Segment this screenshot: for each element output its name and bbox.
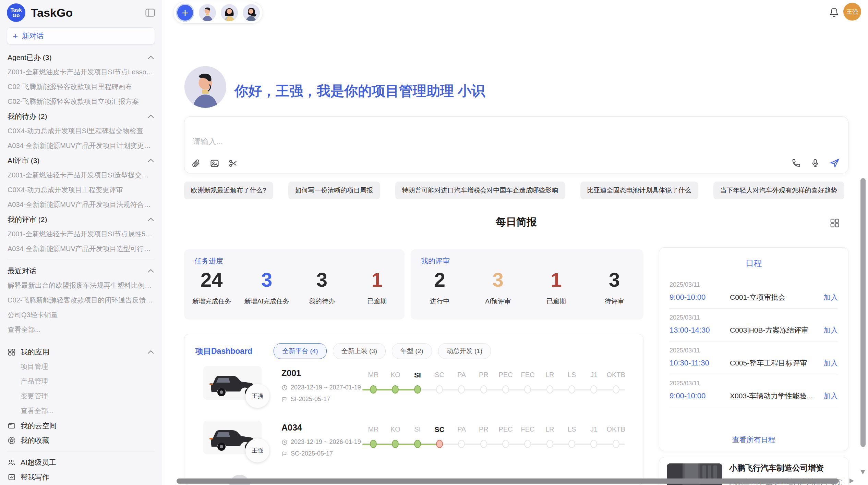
project-owner-badge: 王强 bbox=[245, 384, 269, 408]
app-item-project-mgmt[interactable]: 项目管理 bbox=[8, 359, 154, 374]
suggestion-chip[interactable]: 比亚迪全固态电池计划具体说了什么 bbox=[580, 182, 698, 199]
sidebar-header: Task Go TaskGo bbox=[0, 0, 162, 25]
section-my-apps[interactable]: 我的应用 bbox=[8, 345, 154, 359]
milestone-dot-current bbox=[414, 385, 421, 394]
tab-all-new-platform[interactable]: 全新平台 (4) bbox=[274, 343, 327, 359]
user-name: 王强 bbox=[846, 8, 858, 16]
list-item[interactable]: C02-飞腾新能源轻客改款项目里程碑画布 bbox=[8, 79, 154, 94]
agent-avatar-3[interactable] bbox=[243, 4, 260, 21]
tab-new-body[interactable]: 全新上装 (3) bbox=[333, 343, 386, 359]
milestone-dot bbox=[480, 385, 487, 394]
section-agent-done[interactable]: Agent已办 (3) bbox=[8, 50, 154, 65]
chevron-up-icon[interactable] bbox=[147, 55, 154, 60]
view-all-chats[interactable]: 查看全部... bbox=[8, 322, 154, 337]
scroll-right-arrow[interactable] bbox=[849, 478, 854, 483]
list-item[interactable]: 解释最新出台的欧盟报废车法规再生塑料比例被调至15%... bbox=[8, 278, 154, 293]
chevron-up-icon[interactable] bbox=[147, 114, 154, 119]
message-composer bbox=[184, 116, 848, 173]
tab-powertrain[interactable]: 动总开发 (1) bbox=[438, 343, 491, 359]
view-all-schedule-link[interactable]: 查看所有日程 bbox=[659, 435, 848, 445]
chevron-up-icon[interactable] bbox=[147, 159, 154, 163]
dashboard-tabs: 全新平台 (4) 全新上装 (3) 年型 (2) 动总开发 (1) bbox=[274, 343, 491, 359]
notification-bell-icon[interactable] bbox=[829, 7, 839, 18]
suggestion-chip[interactable]: 如何写一份清晰的项目周报 bbox=[288, 182, 380, 199]
milestone-dot bbox=[590, 385, 597, 394]
agent-avatar-1[interactable] bbox=[199, 4, 216, 21]
list-item[interactable]: C02-飞腾新能源轻客改款项目立项汇报方案 bbox=[8, 94, 154, 109]
apps-grid-icon bbox=[8, 348, 16, 356]
list-item[interactable]: Z001-全新燃油皮卡产品开发项目SI节点Lesson Learn报告 bbox=[8, 65, 154, 79]
stat-pending-review: 3 待评审 bbox=[585, 269, 643, 306]
schedule-title: 日程 bbox=[659, 258, 848, 269]
milestone-strip: MR KO SI SC PA PR PEC FEC LR LS J1 OKTB bbox=[362, 425, 627, 449]
image-upload-icon[interactable] bbox=[210, 159, 219, 168]
join-meeting-link[interactable]: 加入 bbox=[823, 293, 838, 302]
tab-year-model[interactable]: 年型 (2) bbox=[392, 343, 432, 359]
suggestion-chip[interactable]: 特朗普可能对进口汽车增税会对中国车企造成哪些影响 bbox=[395, 182, 565, 199]
milestone-dot bbox=[590, 440, 597, 448]
add-agent-button[interactable]: + bbox=[176, 4, 194, 22]
agent-avatar-2[interactable] bbox=[221, 4, 238, 21]
chevron-up-icon[interactable] bbox=[147, 350, 154, 354]
greeting-text: 你好，王强，我是你的项目管理助理 小识 bbox=[234, 82, 485, 100]
card-title: 任务进度 bbox=[194, 256, 223, 266]
voice-call-icon[interactable] bbox=[791, 158, 801, 168]
write-doc-icon bbox=[8, 473, 16, 481]
list-item[interactable]: C0X4-动力总成开发项目工程变更评审 bbox=[8, 183, 154, 197]
project-flag-date: SC-2025-05-17 bbox=[281, 450, 333, 457]
view-all-apps[interactable]: 查看全部... bbox=[8, 403, 154, 418]
section-ai-review[interactable]: AI评审 (3) bbox=[8, 153, 154, 168]
join-meeting-link[interactable]: 加入 bbox=[823, 325, 838, 335]
vertical-scrollbar[interactable] bbox=[860, 178, 866, 447]
sidebar-collapse-icon[interactable] bbox=[145, 9, 155, 17]
join-meeting-link[interactable]: 加入 bbox=[823, 358, 838, 368]
scissors-icon[interactable] bbox=[228, 159, 238, 168]
milestone-strip: MR KO SI SC PA PR PEC FEC LR LS J1 OKTB bbox=[362, 371, 627, 395]
section-recent-chats[interactable]: 最近对话 bbox=[8, 263, 154, 278]
chevron-up-icon[interactable] bbox=[147, 217, 154, 222]
new-chat-button[interactable]: + 新对话 bbox=[7, 27, 155, 45]
scroll-down-arrow[interactable] bbox=[860, 470, 865, 474]
chevron-up-icon[interactable] bbox=[147, 269, 154, 273]
app-title: TaskGo bbox=[31, 6, 145, 20]
sidebar-item-ai-super-staff[interactable]: AI超级员工 bbox=[8, 455, 154, 470]
list-item[interactable]: 公司Q3轻卡销量 bbox=[8, 308, 154, 322]
project-row[interactable]: 王强 Z001 2023-12-19 ~ 2027-01-19 SI-2025-… bbox=[184, 366, 643, 421]
people-icon bbox=[8, 458, 16, 467]
attachment-icon[interactable] bbox=[191, 159, 201, 168]
milestone-dot-current-overdue bbox=[436, 440, 443, 448]
list-item[interactable]: Z001-全新燃油轻卡产品开发项目SI造型提交物评审 bbox=[8, 168, 154, 183]
app-item-change-mgmt[interactable]: 变更管理 bbox=[8, 389, 154, 403]
sidebar-item-help-me-write[interactable]: 帮我写作 bbox=[8, 470, 154, 484]
app-item-product-mgmt[interactable]: 产品管理 bbox=[8, 374, 154, 389]
milestone-dot bbox=[546, 385, 553, 394]
join-meeting-link[interactable]: 加入 bbox=[823, 391, 838, 401]
list-item[interactable]: A034-全新新能源MUV产品开发项目计划变更表编写 bbox=[8, 138, 154, 153]
milestone-dot bbox=[458, 440, 465, 448]
suggestion-chip[interactable]: 当下年轻人对汽车外观有怎样的喜好趋势 bbox=[713, 182, 844, 199]
schedule-card: 日程 2025/03/11 9:00-10:00 C001-立项审批会 加入 2… bbox=[659, 247, 848, 451]
microphone-icon[interactable] bbox=[810, 158, 820, 168]
list-item[interactable]: C02-飞腾新能源轻客改款项目的闭环通告反馈情况 bbox=[8, 293, 154, 308]
agent-avatar-bar: + bbox=[173, 2, 263, 24]
message-input[interactable] bbox=[192, 137, 536, 147]
project-owner-badge: 王强 bbox=[245, 438, 269, 462]
project-dates: 2023-12-19 ~ 2027-01-19 bbox=[281, 384, 361, 391]
send-icon[interactable] bbox=[830, 158, 840, 168]
section-my-todo[interactable]: 我的待办 (2) bbox=[8, 109, 154, 124]
list-item[interactable]: Z001-全新燃油轻卡产品开发项目SI节点属性5D文件评审 bbox=[8, 227, 154, 241]
sidebar-item-cloud-space[interactable]: 我的云空间 bbox=[8, 418, 154, 433]
milestone-dot bbox=[613, 440, 619, 448]
list-item[interactable]: C0X4-动力总成开发项目SI里程碑提交物检查 bbox=[8, 124, 154, 138]
list-item[interactable]: A034-全新新能源MUV产品开发项目造型可行性评审 bbox=[8, 241, 154, 256]
layout-grid-icon[interactable] bbox=[830, 218, 840, 228]
sidebar-list: Agent已办 (3) Z001-全新燃油皮卡产品开发项目SI节点Lesson … bbox=[0, 49, 162, 485]
sidebar-item-favorites[interactable]: 我的收藏 bbox=[8, 433, 154, 448]
suggestion-chip[interactable]: 欧洲新规最近颁布了什么? bbox=[184, 182, 273, 199]
user-avatar[interactable]: 王强 bbox=[843, 3, 861, 21]
section-my-review[interactable]: 我的评审 (2) bbox=[8, 212, 154, 227]
list-item[interactable]: A034-全新新能源MUV产品开发项目法规符合性评审 bbox=[8, 197, 154, 212]
project-row[interactable]: 王强 A034 2023-12-19 ~ 2026-01-19 SC-2025-… bbox=[184, 421, 643, 475]
milestone-dot-done bbox=[370, 440, 377, 448]
horizontal-scrollbar[interactable] bbox=[177, 478, 839, 484]
